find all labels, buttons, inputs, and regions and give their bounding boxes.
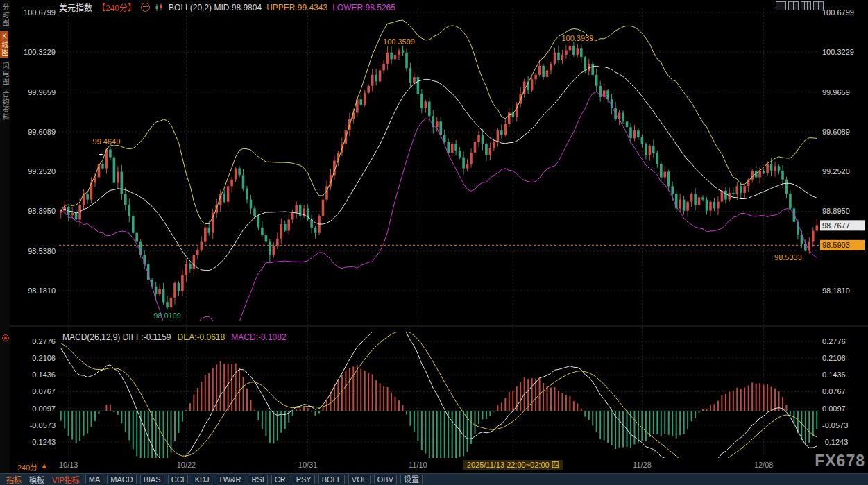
macd-diff-label: MACD(26,12,9) DIFF:-0.1159 xyxy=(62,332,171,342)
indicator-button-psy[interactable]: PSY xyxy=(293,475,315,484)
svg-text:100.6799: 100.6799 xyxy=(822,8,854,17)
svg-text:0.2776: 0.2776 xyxy=(822,337,846,346)
indicator-button-cci[interactable]: CCI xyxy=(168,475,188,484)
period-tag: 【240分】 xyxy=(97,1,136,13)
indicator-button-boll[interactable]: BOLL xyxy=(318,475,345,484)
indicator-button-obv[interactable]: OBV xyxy=(374,475,397,484)
sidebar-item-contract-info[interactable]: 合约资料 xyxy=(1,90,9,121)
svg-text:0.2106: 0.2106 xyxy=(32,354,56,362)
svg-text:12/08: 12/08 xyxy=(754,461,774,469)
indicator-button-lwr[interactable]: LW&R xyxy=(216,475,244,484)
svg-text:98.5380: 98.5380 xyxy=(28,247,56,255)
svg-text:11/28: 11/28 xyxy=(633,461,652,469)
svg-text:98.5333: 98.5333 xyxy=(774,253,802,262)
layout-1x3-icon[interactable] xyxy=(801,1,811,10)
layout-switcher xyxy=(776,1,824,10)
macd-title-bar: MACD(26,12,9) DIFF:-0.1159 DEA:-0.0618 M… xyxy=(62,332,287,342)
sidebar-item-timechart[interactable]: 分时图 xyxy=(1,3,9,26)
svg-text:0.1436: 0.1436 xyxy=(822,371,846,379)
svg-text:100.3229: 100.3229 xyxy=(24,48,56,56)
svg-text:100.3599: 100.3599 xyxy=(383,37,415,46)
boll-mid-label: BOLL(20,2) MID:98.9804 xyxy=(169,3,262,12)
svg-text:100.3939: 100.3939 xyxy=(561,34,593,42)
brand-watermark: FX678 xyxy=(815,452,865,470)
period-up-arrow-icon: ▲ xyxy=(40,461,48,473)
svg-text:0.0097: 0.0097 xyxy=(822,405,846,413)
trading-app-window: 分时图 K线图 闪电图 合约资料 100.6799100.6799100.322… xyxy=(0,0,868,485)
svg-text:100.3229: 100.3229 xyxy=(822,48,854,56)
macd-plot xyxy=(59,325,819,473)
svg-text:99.2520: 99.2520 xyxy=(28,167,56,176)
chart-title-bar: 美元指数 【240分】 BOLL(20,2) MID:98.9804 UPPER… xyxy=(59,2,395,12)
indicator-toolbar: 指标 模板 VIP指标 MA MACD BIAS CCI KDJ LW&R RS… xyxy=(0,473,868,485)
sidebar-item-kline[interactable]: K线图 xyxy=(0,31,8,58)
svg-text:98.0109: 98.0109 xyxy=(153,312,181,320)
svg-text:98.8950: 98.8950 xyxy=(28,207,56,215)
svg-text:99.6089: 99.6089 xyxy=(822,128,850,136)
svg-text:0.2106: 0.2106 xyxy=(822,354,846,362)
svg-text:-0.0573: -0.0573 xyxy=(30,421,56,429)
svg-text:99.6089: 99.6089 xyxy=(28,128,56,136)
indicator-button-rsi[interactable]: RSI xyxy=(248,475,267,484)
tab-templates[interactable]: 模板 xyxy=(27,474,46,485)
macd-dea-label: DEA:-0.0618 xyxy=(178,332,225,342)
layout-1x1-icon[interactable] xyxy=(776,1,786,10)
svg-text:98.7677: 98.7677 xyxy=(822,221,850,230)
settings-button[interactable]: 设置 xyxy=(400,475,423,484)
svg-text:0.0767: 0.0767 xyxy=(32,387,56,395)
svg-text:2025/11/13 22:00~02:00 四: 2025/11/13 22:00~02:00 四 xyxy=(467,461,559,469)
svg-text:11/10: 11/10 xyxy=(409,461,427,469)
svg-text:98.5903: 98.5903 xyxy=(822,241,850,249)
tab-vip-indicators[interactable]: VIP指标 xyxy=(50,474,82,485)
svg-text:-0.1243: -0.1243 xyxy=(822,438,848,446)
left-sidebar: 分时图 K线图 闪电图 合约资料 xyxy=(0,0,10,473)
indicator-button-ma[interactable]: MA xyxy=(85,475,104,484)
indicator-button-bias[interactable]: BIAS xyxy=(140,475,164,484)
svg-text:-0.0573: -0.0573 xyxy=(822,421,848,429)
panel-indicator-icon[interactable] xyxy=(2,334,9,341)
svg-text:99.2520: 99.2520 xyxy=(822,167,850,176)
svg-text:10/22: 10/22 xyxy=(177,461,196,469)
svg-text:99.4649: 99.4649 xyxy=(93,137,121,146)
boll-upper-label: UPPER:99.4343 xyxy=(266,3,327,12)
period-text: 240分 xyxy=(17,461,37,473)
layout-1x2-icon[interactable] xyxy=(788,1,799,10)
tab-indicators[interactable]: 指标 xyxy=(4,474,24,485)
macd-hist-label: MACD:-0.1082 xyxy=(231,332,286,342)
symbol-name: 美元指数 xyxy=(59,1,92,13)
svg-text:10/31: 10/31 xyxy=(298,461,318,469)
svg-text:98.1810: 98.1810 xyxy=(822,287,850,295)
x-axis-period[interactable]: 240分 ▲ xyxy=(17,461,48,473)
svg-text:0.2776: 0.2776 xyxy=(32,337,56,346)
svg-text:98.1810: 98.1810 xyxy=(28,287,56,295)
svg-text:0.0767: 0.0767 xyxy=(822,387,846,395)
indicator-button-macd[interactable]: MACD xyxy=(107,475,136,484)
main-chart-canvas[interactable]: 100.6799100.6799100.3229100.322999.96599… xyxy=(10,0,868,473)
indicator-button-kdj[interactable]: KDJ xyxy=(192,475,213,484)
svg-text:-0.1243: -0.1243 xyxy=(30,438,56,446)
indicator-button-cr[interactable]: CR xyxy=(271,475,289,484)
svg-text:10/13: 10/13 xyxy=(59,461,78,469)
chart-region: 100.6799100.6799100.3229100.322999.96599… xyxy=(10,0,868,473)
svg-text:0.1436: 0.1436 xyxy=(32,371,56,379)
svg-text:+: + xyxy=(99,151,103,158)
svg-text:99.9659: 99.9659 xyxy=(28,88,56,96)
svg-text:98.8950: 98.8950 xyxy=(822,207,850,215)
svg-text:0.0097: 0.0097 xyxy=(32,405,56,413)
sidebar-item-flashchart[interactable]: 闪电图 xyxy=(1,62,9,85)
indicator-button-vol[interactable]: VOL xyxy=(348,475,371,484)
indicator-settings-icon[interactable] xyxy=(141,3,150,12)
boll-lower-label: LOWER:98.5265 xyxy=(332,3,395,12)
kline-icon xyxy=(155,3,164,12)
candles-and-boll xyxy=(60,20,818,348)
svg-text:100.6799: 100.6799 xyxy=(24,8,56,17)
layout-2x2-icon[interactable] xyxy=(813,1,824,10)
svg-text:99.9659: 99.9659 xyxy=(822,88,850,96)
